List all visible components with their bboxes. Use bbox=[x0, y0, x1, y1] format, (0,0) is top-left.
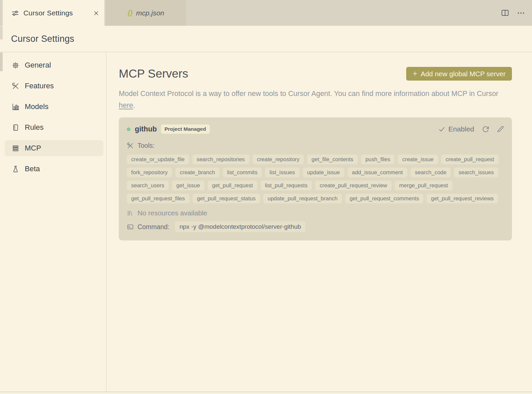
tool-tag: push_files bbox=[361, 155, 394, 164]
sliders-icon bbox=[11, 9, 19, 17]
sidebar-item-label: MCP bbox=[25, 144, 41, 153]
tools-tag-list: create_or_update_filesearch_repositories… bbox=[127, 155, 504, 203]
sidebar-item-label: General bbox=[25, 61, 51, 70]
tool-tag: create_issue bbox=[398, 155, 438, 164]
tool-tag: search_code bbox=[411, 168, 451, 177]
tool-tag: get_pull_request_files bbox=[127, 194, 189, 203]
tool-tag: get_pull_request_comments bbox=[345, 194, 423, 203]
server-online-dot bbox=[127, 127, 130, 131]
add-button-label: Add new global MCP server bbox=[421, 70, 506, 78]
tool-tag: get_pull_request_reviews bbox=[427, 194, 498, 203]
plus-icon: + bbox=[413, 70, 417, 78]
tool-tag: list_commits bbox=[223, 168, 262, 177]
project-managed-badge: Project Managed bbox=[161, 124, 210, 134]
tool-tag: create_or_update_file bbox=[127, 155, 189, 164]
sidebar-item-label: Features bbox=[25, 82, 54, 90]
tabbar-actions bbox=[501, 0, 525, 26]
add-global-mcp-server-button[interactable]: + Add new global MCP server bbox=[406, 67, 512, 81]
server-name: github bbox=[135, 125, 157, 133]
sidebar-item-models[interactable]: Models bbox=[5, 99, 103, 115]
resources-status-text: No resources available bbox=[138, 209, 207, 217]
tool-tag: search_repositories bbox=[192, 155, 249, 164]
tools-label: Tools: bbox=[138, 142, 155, 150]
tools-icon bbox=[127, 142, 134, 149]
mcp-settings-panel: MCP Servers + Add new global MCP server … bbox=[106, 53, 532, 392]
mcp-server-card: github Project Managed Enabled bbox=[119, 117, 512, 240]
tool-tag: get_issue bbox=[172, 181, 204, 190]
tool-tag: search_issues bbox=[454, 168, 498, 177]
tool-tag: update_pull_request_branch bbox=[263, 194, 342, 203]
tool-tag: list_issues bbox=[265, 168, 299, 177]
mcp-description: Model Context Protocol is a way to offer… bbox=[119, 88, 512, 111]
tab-label: mcp.json bbox=[136, 9, 164, 17]
tool-tag: merge_pull_request bbox=[395, 181, 452, 190]
more-actions-icon[interactable] bbox=[517, 9, 525, 17]
tab-cursor-settings[interactable]: Cursor Settings bbox=[3, 0, 104, 26]
check-icon bbox=[438, 126, 445, 133]
sidebar-item-beta[interactable]: Beta bbox=[5, 161, 103, 177]
tools-icon bbox=[12, 82, 19, 90]
split-editor-icon[interactable] bbox=[501, 9, 509, 17]
tool-tag: create_pull_request_review bbox=[315, 181, 391, 190]
sidebar-item-rules[interactable]: Rules bbox=[5, 119, 103, 135]
ruler-icon bbox=[12, 124, 19, 131]
section-title: MCP Servers bbox=[119, 67, 188, 80]
tab-label: Cursor Settings bbox=[23, 9, 73, 17]
flask-icon bbox=[12, 165, 19, 173]
tool-tag: get_pull_request bbox=[208, 181, 257, 190]
tool-tag: get_file_contents bbox=[307, 155, 358, 164]
library-icon bbox=[127, 210, 134, 217]
page-header: Cursor Settings bbox=[0, 26, 532, 52]
bottom-panel-edge bbox=[0, 392, 532, 394]
left-edge-decoration bbox=[0, 26, 3, 39]
sidebar-item-mcp[interactable]: MCP bbox=[5, 140, 103, 156]
sidebar-item-general[interactable]: General bbox=[5, 57, 103, 73]
edit-icon[interactable] bbox=[497, 126, 504, 132]
sidebar-item-label: Beta bbox=[25, 165, 40, 173]
tool-tag: create_branch bbox=[175, 168, 219, 177]
tool-tag: add_issue_comment bbox=[348, 168, 407, 177]
tool-tag: create_pull_request bbox=[441, 155, 499, 164]
tool-tag: update_issue bbox=[303, 168, 344, 177]
tool-tag: list_pull_requests bbox=[261, 181, 312, 190]
gear-icon bbox=[12, 62, 19, 69]
tool-tag: fork_repository bbox=[127, 168, 172, 177]
tool-tag: search_users bbox=[127, 181, 169, 190]
json-braces-icon: {} bbox=[127, 9, 133, 17]
command-label: Command: bbox=[138, 223, 169, 231]
description-period: . bbox=[133, 101, 135, 109]
enabled-toggle[interactable]: Enabled bbox=[448, 125, 474, 133]
sidebar-item-label: Models bbox=[25, 102, 49, 111]
refresh-icon[interactable] bbox=[482, 126, 489, 133]
here-link[interactable]: here bbox=[119, 101, 133, 109]
sidebar-item-label: Rules bbox=[25, 123, 43, 132]
sidebar-item-features[interactable]: Features bbox=[5, 78, 103, 94]
terminal-icon bbox=[127, 223, 134, 230]
description-text: Model Context Protocol is a way to offer… bbox=[119, 90, 499, 98]
cursor-settings-window: Cursor Settings {} mcp.json bbox=[0, 0, 532, 394]
tool-tag: create_repository bbox=[253, 155, 304, 164]
tool-tag: get_pull_request_status bbox=[193, 194, 260, 203]
close-icon[interactable] bbox=[93, 10, 99, 16]
tab-mcp-json[interactable]: {} mcp.json bbox=[106, 0, 186, 26]
server-stack-icon bbox=[12, 144, 19, 152]
editor-tab-bar: Cursor Settings {} mcp.json bbox=[0, 0, 532, 26]
bar-chart-icon bbox=[12, 103, 19, 111]
settings-sidebar: General Features bbox=[0, 53, 106, 392]
page-title: Cursor Settings bbox=[11, 34, 74, 44]
left-edge-scrollbar bbox=[0, 53, 3, 71]
command-value: npx -y @modelcontextprotocol/server-gith… bbox=[175, 221, 305, 232]
